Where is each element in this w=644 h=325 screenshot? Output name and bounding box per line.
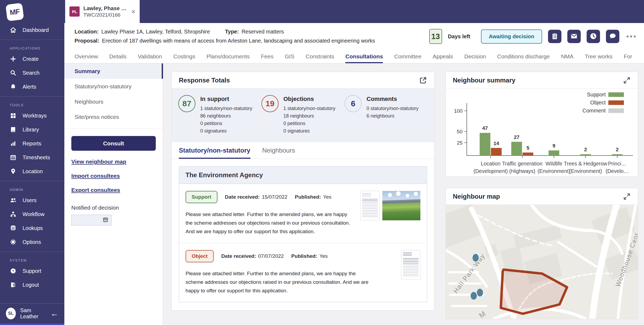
- tab-overview[interactable]: Overview: [75, 50, 98, 63]
- tab-tree-works[interactable]: Tree works: [585, 50, 612, 63]
- sidebar-item-reports[interactable]: Reports: [0, 137, 64, 150]
- neighbour-marker[interactable]: [472, 254, 479, 262]
- application-tabs: OverviewDetailsValidationCostingsPlans/d…: [64, 50, 644, 63]
- comments-button[interactable]: [606, 30, 619, 43]
- tab-gis[interactable]: GIS: [285, 50, 294, 63]
- sidebar-section-applications: APPLICATIONS: [0, 40, 64, 52]
- tasks-button[interactable]: [548, 30, 561, 43]
- application-tab-title: Lawley, Phase …: [83, 5, 127, 12]
- top-bar: PL Lawley, Phase … TWC/2021/0166 ×: [64, 0, 644, 23]
- consultee-tab-neighbours[interactable]: Neighbours: [262, 142, 295, 159]
- sidebar-item-support[interactable]: ?Support: [0, 264, 64, 278]
- tab-consultations[interactable]: Consultations: [345, 50, 383, 63]
- chat-icon: [609, 32, 617, 41]
- subnav-item-statutory-non-statutory[interactable]: Statutory/non-statutory: [64, 79, 163, 94]
- application-info-bar: Location:Lawley Phase 1A, Lawley, Telfor…: [64, 23, 644, 50]
- link-import-consultees[interactable]: Import consultees: [71, 173, 163, 179]
- sidebar-item-lookups[interactable]: Lookups: [0, 221, 64, 235]
- tab-plans-documents[interactable]: Plans/documents: [206, 50, 250, 63]
- stat-line: 1 statutory/non-statutory: [200, 105, 252, 112]
- collapse-sidebar-icon[interactable]: ←: [50, 309, 58, 318]
- link-export-consultees[interactable]: Export consultees: [71, 187, 163, 193]
- published-status: Published:Yes: [295, 194, 331, 200]
- subnav-item-summary[interactable]: Summary: [64, 63, 163, 79]
- type-value: Reserved matters: [242, 29, 284, 35]
- mail-button[interactable]: [567, 30, 581, 43]
- history-button[interactable]: [587, 30, 600, 43]
- sidebar-item-users[interactable]: Users: [0, 193, 64, 207]
- map-canvas[interactable]: Hall Park Way Woodhouse Cent M: [446, 205, 638, 319]
- svg-text:Trees & Hedgerow: Trees & Hedgerow: [564, 161, 608, 167]
- sidebar-item-worktrays[interactable]: Worktrays: [0, 109, 64, 123]
- consultation-response: Object Date received:07/07/2022 Publishe…: [179, 243, 427, 302]
- svg-text:?: ?: [12, 269, 14, 273]
- svg-text:50: 50: [457, 129, 462, 134]
- sidebar-item-logout[interactable]: Logout: [0, 278, 64, 292]
- sidebar-item-search[interactable]: Search: [0, 66, 64, 80]
- sidebar-item-timesheets[interactable]: Timesheets: [0, 150, 64, 164]
- home-icon: [10, 27, 17, 33]
- users-icon: [10, 197, 17, 204]
- grid-icon: [10, 112, 17, 119]
- sidebar-item-options[interactable]: Options: [0, 235, 64, 249]
- sidebar-section-admin: ADMIN: [0, 181, 64, 193]
- sidebar-item-alerts[interactable]: Alerts: [0, 80, 64, 94]
- more-actions-icon[interactable]: •••: [626, 32, 637, 41]
- status-badge[interactable]: Awaiting decision: [481, 29, 542, 44]
- search-icon: [10, 69, 17, 76]
- map-svg: Hall Park Way Woodhouse Cent M: [446, 205, 638, 319]
- calendar-icon[interactable]: [102, 217, 109, 224]
- logout-icon: [10, 281, 17, 288]
- open-in-window-icon[interactable]: [419, 76, 427, 84]
- tab-conditions-discharge[interactable]: Conditions discharge: [497, 50, 550, 63]
- sidebar-item-workflow[interactable]: Workflow: [0, 207, 64, 221]
- notified-date-input[interactable]: [71, 215, 112, 225]
- expand-icon[interactable]: [623, 76, 631, 84]
- tab-constraints[interactable]: Constraints: [306, 50, 334, 63]
- tab-nma[interactable]: NMA: [561, 50, 573, 63]
- tab-validation[interactable]: Validation: [138, 50, 162, 63]
- sidebar-item-label: Options: [23, 239, 41, 245]
- svg-text:14: 14: [493, 141, 499, 146]
- pin-icon: [10, 168, 17, 175]
- photo-attachment-thumbnail[interactable]: [382, 191, 420, 220]
- link-view-neighbour-map[interactable]: View neighbour map: [71, 158, 163, 165]
- avatar: SL: [6, 308, 16, 319]
- svg-text:Object: Object: [590, 100, 606, 105]
- sidebar-section-system: SYSTEM: [0, 252, 64, 264]
- published-status: Published:Yes: [291, 253, 328, 259]
- sidebar-item-create[interactable]: Create: [0, 52, 64, 66]
- tab-for[interactable]: For: [624, 50, 632, 63]
- sidebar-user: SL Sam Leather ←: [0, 303, 64, 323]
- letter-attachment-thumbnail[interactable]: [401, 250, 420, 279]
- sidebar-item-label: Worktrays: [23, 113, 47, 119]
- svg-text:47: 47: [482, 125, 488, 131]
- subnav-item-site-press-notices[interactable]: Site/press notices: [64, 109, 163, 124]
- neighbour-map-card: Neighbour map: [446, 188, 638, 319]
- svg-text:Wildlife: Wildlife: [546, 161, 562, 167]
- question-icon: ?: [10, 267, 17, 274]
- tab-committee[interactable]: Committee: [394, 50, 421, 63]
- close-tab-icon[interactable]: ×: [131, 8, 135, 15]
- expand-icon[interactable]: [623, 192, 631, 201]
- tab-decision[interactable]: Decision: [464, 50, 486, 63]
- tab-costings[interactable]: Costings: [173, 50, 195, 63]
- sidebar-item-library[interactable]: Library: [0, 123, 64, 137]
- neighbour-marker[interactable]: [470, 292, 477, 300]
- sidebar-item-label: Support: [23, 268, 41, 274]
- sidebar-item-dashboard[interactable]: Dashboard: [0, 23, 64, 37]
- stat-heading: Objections: [283, 96, 335, 103]
- tab-fees[interactable]: Fees: [261, 50, 273, 63]
- consult-button[interactable]: Consult: [71, 136, 156, 151]
- letter-attachment-thumbnail[interactable]: [360, 191, 380, 220]
- response-totals-title: Response Totals: [179, 77, 230, 84]
- db-icon: [10, 225, 17, 232]
- consultee-tab-statutory-non-statutory[interactable]: Statutory/non-statutory: [179, 142, 250, 159]
- tab-appeals[interactable]: Appeals: [433, 50, 453, 63]
- svg-text:2: 2: [584, 147, 587, 152]
- application-tab[interactable]: PL Lawley, Phase … TWC/2021/0166 ×: [65, 0, 140, 23]
- sidebar-item-location[interactable]: Location: [0, 164, 64, 178]
- stat-value: 87: [178, 95, 195, 112]
- subnav-item-neighbours[interactable]: Neighbours: [64, 94, 163, 109]
- tab-details[interactable]: Details: [109, 50, 127, 63]
